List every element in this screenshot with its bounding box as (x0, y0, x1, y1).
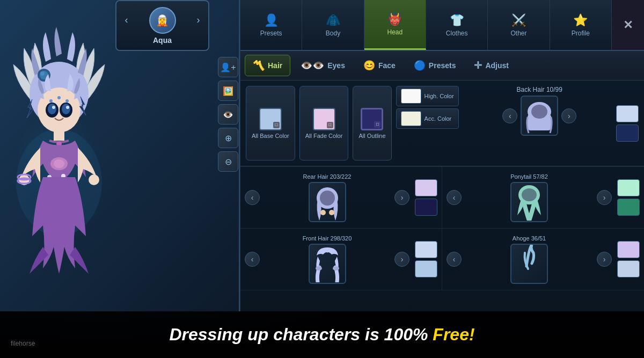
main-tab-bar: 👤 Presets 🧥 Body 👹 Head 👕 Clothes ⚔️ Oth… (240, 0, 644, 51)
ponytail-swatch-2[interactable] (617, 199, 640, 216)
svg-point-27 (89, 174, 99, 185)
front-hair-sprite (311, 245, 343, 282)
rear-hair-next-button[interactable]: › (394, 190, 409, 205)
rear-hair-swatch-2[interactable] (415, 199, 437, 216)
sub-tab-adjust[interactable]: ✛ Adjust (466, 55, 517, 76)
sub-tab-eyes-label: Eyes (327, 61, 345, 70)
svg-point-11 (66, 106, 69, 109)
back-hair-swatch-1[interactable] (616, 105, 639, 122)
close-panel-button[interactable]: ✕ (612, 0, 644, 50)
front-hair-swatch-2[interactable] (415, 260, 437, 277)
svg-point-14 (65, 99, 69, 103)
ahoge-swatch-1[interactable] (617, 241, 640, 258)
head-icon: 👹 (387, 12, 402, 26)
back-hair-next-button[interactable]: › (561, 108, 576, 123)
character-name-label: Aqua (153, 36, 172, 45)
front-hair-info: Front Hair 298/320 (263, 235, 391, 284)
ahoge-sprite (513, 245, 545, 282)
adjust-icon: ✛ (474, 60, 482, 71)
rear-hair-prev-button[interactable]: ‹ (245, 190, 260, 205)
prev-char-button[interactable]: ‹ (125, 14, 128, 26)
ponytail-swatch-1[interactable] (617, 179, 640, 196)
svg-point-36 (522, 188, 537, 201)
eye-toggle-button[interactable]: 👁️ (218, 104, 238, 125)
high-acc-color-group: High. Color Acc. Color (396, 86, 459, 160)
all-base-color-button[interactable]: □ All Base Color (246, 86, 295, 160)
other-icon: ⚔️ (511, 13, 526, 27)
sub-tab-face[interactable]: 😊 Face (355, 55, 404, 76)
tab-body[interactable]: 🧥 Body (302, 0, 364, 50)
sub-tab-eyes[interactable]: 👁️👁️ Eyes (292, 55, 353, 76)
ponytail-next-button[interactable]: › (597, 190, 612, 205)
sub-tab-presets-label: Presets (429, 61, 456, 70)
rear-hair-info: Rear Hair 203/222 (263, 173, 391, 222)
tab-presets-label: Presets (260, 30, 282, 37)
all-outline-button[interactable]: □ All Outline (353, 86, 391, 160)
outline-swatch: □ (361, 108, 383, 130)
front-hair-prev-button[interactable]: ‹ (245, 252, 260, 267)
tab-presets[interactable]: 👤 Presets (240, 0, 302, 50)
rear-hair-preview (309, 182, 346, 222)
sub-tab-hair-label: Hair (268, 61, 282, 70)
add-character-button[interactable]: 👤+ (218, 57, 238, 77)
svg-point-5 (38, 87, 80, 133)
char-nav: ‹ 🧝 › (116, 7, 208, 34)
all-fade-color-button[interactable]: □ All Fade Color (299, 86, 349, 160)
zoom-in-button[interactable]: ⊕ (218, 128, 238, 148)
front-hair-swatch-1[interactable] (415, 241, 437, 258)
sub-tab-face-label: Face (378, 61, 396, 70)
logo-text: filehorse (11, 340, 35, 347)
high-color-button[interactable]: High. Color (396, 86, 459, 106)
back-hair-sprite (523, 98, 555, 133)
svg-point-4 (40, 71, 45, 76)
tab-head[interactable]: 👹 Head (364, 0, 426, 50)
svg-point-13 (57, 96, 61, 99)
character-display (0, 0, 115, 311)
body-icon: 🧥 (326, 13, 340, 27)
tab-profile-label: Profile (572, 30, 590, 37)
ponytail-sprite (513, 183, 545, 221)
fade-swatch-icon: □ (327, 122, 333, 128)
image-tool-button[interactable]: 🖼️ (218, 81, 238, 101)
svg-point-38 (333, 266, 339, 271)
svg-point-9 (62, 104, 70, 114)
next-char-button[interactable]: › (197, 14, 200, 26)
ponytail-title: Ponytail 57/82 (510, 173, 548, 180)
ahoge-next-button[interactable]: › (597, 252, 612, 267)
fade-color-swatch: □ (313, 108, 335, 130)
sub-tab-presets[interactable]: 🔵 Presets (406, 55, 464, 76)
ahoge-info: Ahoge 36/51 (465, 235, 594, 284)
acc-color-label: Acc. Color (425, 115, 452, 122)
ahoge-swatch-2[interactable] (617, 260, 640, 277)
svg-rect-15 (54, 130, 64, 141)
color-section: □ All Base Color □ All Fade Color □ All … (240, 81, 644, 166)
tab-clothes[interactable]: 👕 Clothes (426, 0, 488, 50)
high-color-label: High. Color (425, 93, 454, 99)
tab-profile[interactable]: ⭐ Profile (550, 0, 612, 50)
sub-tab-hair[interactable]: 〽️ Hair (245, 55, 290, 76)
front-hair-preview (309, 244, 346, 284)
back-hair-title: Back Hair 10/99 (467, 86, 612, 93)
tab-body-label: Body (326, 30, 340, 37)
back-hair-swatch-2[interactable] (616, 125, 639, 142)
sub-tab-adjust-label: Adjust (485, 61, 509, 70)
front-hair-next-button[interactable]: › (394, 252, 409, 267)
back-hair-color-section: Back Hair 10/99 ‹ › (463, 86, 612, 160)
clothes-icon: 👕 (450, 13, 464, 27)
rear-hair-swatch-1[interactable] (415, 179, 437, 196)
bottom-banner: filehorse Dressing up characters is 100%… (0, 311, 644, 358)
zoom-in-icon: ⊕ (225, 133, 232, 143)
swatch-icon: □ (273, 122, 280, 128)
ahoge-prev-button[interactable]: ‹ (447, 252, 462, 267)
svg-point-18 (54, 159, 64, 168)
acc-color-button[interactable]: Acc. Color (396, 108, 459, 129)
high-swatch (401, 89, 421, 104)
ponytail-prev-button[interactable]: ‹ (447, 190, 462, 205)
fade-color-label: All Fade Color (305, 133, 343, 139)
tab-other[interactable]: ⚔️ Other (488, 0, 550, 50)
zoom-out-button[interactable]: ⊖ (218, 151, 238, 172)
add-person-icon: 👤+ (220, 62, 236, 72)
back-hair-prev-button[interactable]: ‹ (502, 108, 517, 123)
rear-hair-row: ‹ Rear Hair 203/222 › (240, 167, 442, 229)
front-hair-swatches (415, 241, 437, 277)
